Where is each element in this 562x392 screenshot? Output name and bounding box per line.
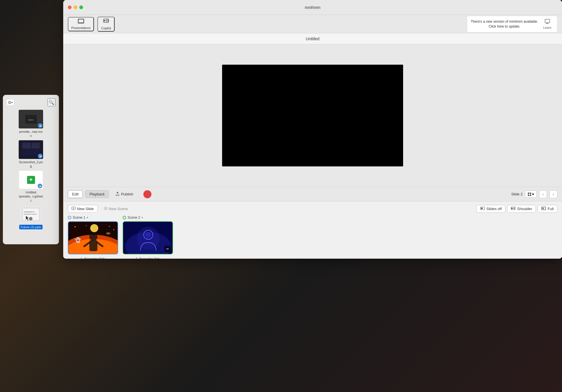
window-title: mmhmm bbox=[305, 5, 320, 10]
preview-area bbox=[63, 44, 562, 187]
svg-text:👻: 👻 bbox=[75, 237, 81, 243]
scenes-row: Scene 1 ▾ bbox=[68, 216, 557, 259]
svg-rect-3 bbox=[22, 143, 31, 149]
new-slide-button[interactable]: New Slide bbox=[68, 205, 98, 213]
svg-rect-50 bbox=[89, 240, 97, 251]
slides-panel: New Slide New Scene bbox=[63, 201, 562, 259]
shoulder-label: Shoulder bbox=[517, 207, 532, 211]
shoulder-button[interactable]: Shoulder bbox=[507, 205, 536, 213]
minimize-window-button[interactable] bbox=[74, 5, 77, 9]
svg-point-17 bbox=[106, 20, 109, 21]
search-button[interactable]: 🔍 bbox=[47, 98, 55, 106]
svg-text:MOV: MOV bbox=[28, 119, 34, 121]
svg-text:✦: ✦ bbox=[74, 226, 76, 228]
close-window-button[interactable] bbox=[68, 5, 72, 9]
presentations-label: Presentations bbox=[71, 26, 91, 30]
svg-point-57 bbox=[145, 232, 151, 238]
dots-icon: ⊙ bbox=[8, 100, 11, 105]
copilot-button[interactable]: Copilot bbox=[97, 17, 115, 32]
list-item[interactable]: MOV ☁ provide...nas.mov bbox=[6, 110, 55, 138]
presentations-icon bbox=[78, 19, 84, 25]
list-item[interactable]: Introduction to Information Process ↔ Fu… bbox=[6, 205, 55, 229]
svg-point-42 bbox=[90, 224, 98, 232]
chevron-down-icon: ▾ bbox=[11, 101, 13, 104]
slide-2-label: 2. Presenter Only bbox=[123, 257, 173, 259]
svg-rect-4 bbox=[32, 143, 40, 149]
learn-label: Learn bbox=[543, 26, 551, 29]
new-scene-icon bbox=[104, 207, 107, 211]
svg-text:✦: ✦ bbox=[113, 229, 115, 231]
main-window: mmhmm Presentations Copilot bbox=[63, 0, 562, 259]
presentations-button[interactable]: Presentations bbox=[68, 17, 94, 31]
file-thumbnail: MOV ☁ bbox=[19, 110, 43, 128]
screenshot-preview bbox=[22, 142, 40, 157]
mov-preview: MOV bbox=[25, 115, 37, 124]
next-slide-button[interactable]: › bbox=[549, 190, 557, 198]
update-banner[interactable]: There's a new version of mmhmm available… bbox=[467, 16, 557, 32]
new-slide-label: New Slide bbox=[77, 207, 94, 211]
file-panel-header: ⊙ ▾ 🔍 bbox=[6, 98, 55, 106]
toolbar: Presentations Copilot There's a new vers… bbox=[63, 15, 562, 33]
blue-presenter-slide-bg: ✏ bbox=[123, 222, 172, 254]
presentation-title: Untitled bbox=[306, 36, 319, 41]
svg-rect-18 bbox=[545, 19, 550, 23]
publish-label: Publish bbox=[121, 192, 133, 196]
learn-button[interactable]: Learn bbox=[541, 18, 554, 30]
publish-button[interactable]: Publish bbox=[111, 190, 138, 198]
svg-rect-24 bbox=[530, 195, 531, 196]
edit-tab[interactable]: Edit bbox=[68, 190, 83, 198]
scene-2-header[interactable]: Scene 2 ▾ bbox=[123, 216, 173, 220]
full-icon bbox=[541, 207, 546, 211]
new-slide-icon bbox=[72, 207, 76, 211]
halloween-scene: ✦ ✦ ✦ ✦ 👻 🦇 bbox=[68, 222, 118, 254]
slide-edit-button[interactable]: ✏ bbox=[164, 246, 171, 252]
cloud-sync-icon: ☁ bbox=[38, 154, 43, 158]
file-panel: ⊙ ▾ 🔍 MOV ☁ provide...nas.mov ☁ bbox=[3, 95, 59, 244]
dots-menu-button[interactable]: ⊙ ▾ bbox=[6, 99, 14, 105]
scene-2-indicator bbox=[123, 216, 126, 219]
svg-text:Information Process: Information Process bbox=[24, 213, 37, 215]
prev-slide-button[interactable]: ‹ bbox=[539, 190, 547, 198]
slide-card-1[interactable]: ✦ ✦ ✦ ✦ 👻 🦇 bbox=[68, 221, 118, 254]
plus-icon: + bbox=[27, 176, 35, 184]
title-bar: mmhmm bbox=[63, 0, 562, 15]
record-button[interactable] bbox=[143, 190, 151, 198]
svg-text:🦇: 🦇 bbox=[106, 231, 111, 236]
file-label-selected: Future (2).pptx bbox=[19, 225, 42, 229]
view-toggle-group: Slides off Shoulder bbox=[476, 205, 557, 213]
svg-text:↔: ↔ bbox=[30, 218, 32, 220]
slide-grid-button[interactable]: ▾ bbox=[525, 191, 537, 198]
halloween-slide-bg: ✦ ✦ ✦ ✦ 👻 🦇 bbox=[68, 222, 118, 254]
controls-bar: Edit Playback Publish Slide 2 bbox=[63, 187, 562, 201]
shoulder-icon bbox=[511, 207, 515, 211]
file-thumbnail: Introduction to Information Process ↔ bbox=[19, 205, 43, 224]
svg-point-16 bbox=[104, 20, 105, 21]
presentation-title-bar: Untitled bbox=[63, 33, 562, 44]
scene-group-2: Scene 2 ▾ bbox=[123, 216, 173, 259]
update-text-line2: Click here to update. bbox=[471, 24, 538, 29]
svg-rect-21 bbox=[528, 193, 529, 194]
slides-off-icon bbox=[480, 207, 485, 211]
window-controls bbox=[68, 5, 83, 9]
scene-1-header[interactable]: Scene 1 ▾ bbox=[68, 216, 118, 220]
pptx-preview: Introduction to Information Process ↔ bbox=[22, 207, 40, 222]
file-thumbnail: + ☁ bbox=[19, 170, 43, 189]
slides-off-button[interactable]: Slides off bbox=[476, 205, 505, 213]
scene-1-chevron-icon: ▾ bbox=[87, 216, 88, 219]
update-text-line1: There's a new version of mmhmm available… bbox=[471, 19, 538, 24]
playback-tab[interactable]: Playback bbox=[85, 190, 109, 198]
scene-1-label: Scene 1 bbox=[73, 216, 85, 220]
full-button[interactable]: Full bbox=[538, 205, 557, 213]
cloud-sync-icon: ☁ bbox=[38, 123, 43, 128]
list-item[interactable]: ☁ Screenshot_2.png bbox=[6, 140, 55, 168]
svg-rect-23 bbox=[528, 195, 529, 196]
svg-point-34 bbox=[511, 208, 513, 209]
list-item[interactable]: + ☁ Untitledspreads...t.gsheet bbox=[6, 170, 55, 203]
slide-card-2[interactable]: ✏ bbox=[123, 221, 173, 254]
file-thumbnail: ☁ bbox=[19, 140, 43, 159]
maximize-window-button[interactable] bbox=[79, 5, 83, 9]
new-scene-button[interactable]: New Scene bbox=[101, 205, 131, 212]
scene-group-1: Scene 1 ▾ bbox=[68, 216, 118, 259]
chevron-down-icon: ▾ bbox=[532, 192, 534, 196]
svg-point-49 bbox=[89, 233, 97, 241]
